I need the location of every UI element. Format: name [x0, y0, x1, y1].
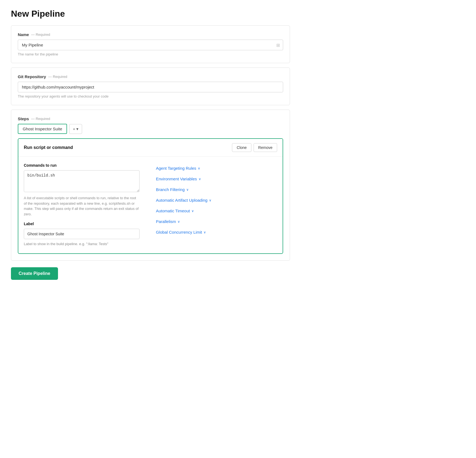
automatic-artifact-uploading-toggle[interactable]: Automatic Artifact Uploading ∨	[156, 195, 277, 205]
chevron-down-icon: ∨	[191, 209, 194, 213]
step-card: Run script or command Clone Remove Comma…	[18, 138, 283, 254]
agent-targeting-rules-toggle[interactable]: Agent Targeting Rules ∨	[156, 163, 277, 173]
step-right-column: Agent Targeting Rules ∨ Environment Vari…	[150, 163, 277, 247]
step-card-header: Run script or command Clone Remove	[18, 139, 283, 157]
automatic-timeout-toggle[interactable]: Automatic Timeout ∨	[156, 206, 277, 216]
name-section: Name — Required ⊞ The name for the pipel…	[11, 25, 290, 63]
commands-hint: A list of executable scripts or shell co…	[24, 195, 140, 217]
chevron-down-icon: ∨	[186, 188, 189, 192]
step-tab-ghost-inspector[interactable]: Ghost Inspector Suite	[18, 124, 67, 134]
chevron-down-icon: ∨	[178, 220, 180, 224]
steps-required: — Required	[31, 117, 50, 121]
add-step-button[interactable]: + ▾	[69, 124, 82, 134]
label-hint: Label to show in the build pipeline. e.g…	[24, 241, 140, 247]
remove-button[interactable]: Remove	[254, 143, 277, 152]
name-input-wrapper: ⊞	[18, 40, 283, 50]
commands-textarea[interactable]: bin/build.sh	[24, 170, 140, 192]
chevron-down-icon: ∨	[198, 166, 200, 170]
clone-button[interactable]: Clone	[232, 143, 251, 152]
environment-variables-toggle[interactable]: Environment Variables ∨	[156, 174, 277, 184]
collapsible-items-list: Agent Targeting Rules ∨ Environment Vari…	[156, 163, 277, 237]
step-card-title: Run script or command	[24, 145, 73, 150]
name-hint: The name for the pipeline	[18, 52, 283, 56]
form-footer: Create Pipeline	[11, 265, 290, 280]
chevron-down-icon: ∨	[209, 198, 211, 202]
git-repo-section: Git Repository — Required The repository…	[11, 67, 290, 105]
git-repo-hint: The repository your agents will use to c…	[18, 94, 283, 98]
steps-label: Steps — Required	[18, 116, 283, 121]
parallelism-toggle[interactable]: Parallelism ∨	[156, 216, 277, 227]
name-required: — Required	[31, 33, 50, 37]
chevron-down-icon: ∨	[204, 230, 206, 234]
chevron-down-icon: ∨	[199, 177, 201, 181]
label-section: Label Label to show in the build pipelin…	[24, 222, 140, 247]
git-repo-input[interactable]	[18, 82, 283, 92]
name-input[interactable]	[18, 40, 283, 50]
step-card-body: Commands to run bin/build.sh A list of e…	[18, 157, 283, 253]
label-input[interactable]	[24, 229, 140, 239]
label-label: Label	[24, 222, 140, 226]
steps-section: Steps — Required Ghost Inspector Suite +…	[11, 110, 290, 261]
step-card-actions: Clone Remove	[232, 143, 277, 152]
page-title: New Pipeline	[11, 9, 290, 19]
git-repo-label: Git Repository — Required	[18, 74, 283, 79]
branch-filtering-toggle[interactable]: Branch Filtering ∨	[156, 184, 277, 195]
global-concurrency-limit-toggle[interactable]: Global Concurrency Limit ∨	[156, 227, 277, 237]
name-label: Name — Required	[18, 32, 283, 37]
git-repo-required: — Required	[48, 75, 67, 79]
step-left-column: Commands to run bin/build.sh A list of e…	[24, 163, 150, 247]
steps-tabs: Ghost Inspector Suite + ▾	[18, 124, 283, 134]
list-icon: ⊞	[276, 42, 280, 48]
create-pipeline-button[interactable]: Create Pipeline	[11, 267, 58, 280]
commands-label: Commands to run	[24, 163, 140, 168]
